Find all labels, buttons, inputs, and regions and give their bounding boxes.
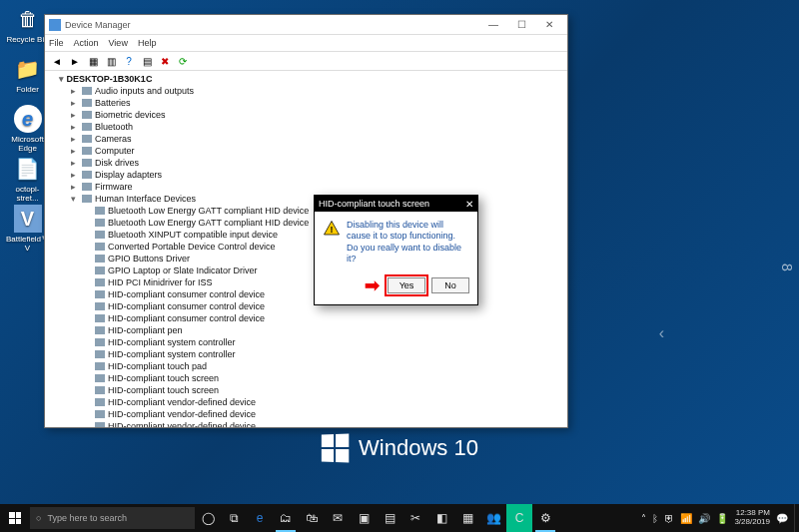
tree-category[interactable]: ▸Computer	[49, 145, 563, 157]
bluetooth-icon[interactable]: ᛒ	[652, 513, 658, 524]
show-hidden-button[interactable]: ▦	[85, 53, 101, 69]
tree-category[interactable]: ▸Disk drives	[49, 157, 563, 169]
tree-device-label: HID-compliant system controller	[108, 349, 236, 359]
tree-device-label: HID-compliant touch pad	[108, 361, 207, 371]
svg-text:!: !	[331, 225, 334, 235]
tree-device[interactable]: HID-compliant touch screen	[49, 384, 563, 396]
task-view-button[interactable]: ⧉	[221, 504, 247, 532]
show-desktop-button[interactable]	[794, 504, 799, 532]
tree-device-label: Bluetooth Low Energy GATT compliant HID …	[108, 218, 309, 228]
tree-device[interactable]: HID-compliant consumer control device	[49, 312, 563, 324]
menu-view[interactable]: View	[109, 38, 128, 48]
tree-category[interactable]: ▸Bluetooth	[49, 121, 563, 133]
start-button[interactable]	[0, 504, 30, 532]
update-button[interactable]: ⟳	[175, 53, 191, 69]
tree-device[interactable]: HID-compliant consumer control device	[49, 288, 563, 300]
taskbar-app-generic[interactable]: ▤	[377, 504, 402, 532]
cortana-button[interactable]: ◯	[195, 504, 221, 532]
tree-device[interactable]: HID-compliant touch pad	[49, 360, 563, 372]
action-center-icon[interactable]: 💬	[776, 513, 788, 524]
tree-device[interactable]: Converted Portable Device Control device	[49, 241, 563, 253]
tree-device[interactable]: HID PCI Minidriver for ISS	[49, 276, 563, 288]
search-box[interactable]: ○ Type here to search	[30, 507, 195, 529]
dialog-titlebar[interactable]: HID-compliant touch screen ✕	[315, 196, 477, 212]
taskbar-app-mail[interactable]: ✉	[325, 504, 351, 532]
device-icon	[95, 278, 105, 286]
tree-device[interactable]: HID-compliant vendor-defined device	[49, 420, 563, 427]
taskbar-app-generic[interactable]: ▣	[351, 504, 377, 532]
window-titlebar[interactable]: Device Manager — ☐ ✕	[45, 15, 567, 35]
tree-device-label: Bluetooth XINPUT compatible input device	[108, 230, 278, 240]
volume-icon[interactable]: 🔊	[698, 513, 710, 524]
device-icon	[95, 219, 105, 227]
device-tree[interactable]: ▾ DESKTOP-1B30K1C ▸Audio inputs and outp…	[45, 71, 567, 427]
tree-device-label: HID-compliant system controller	[108, 337, 236, 347]
maximize-button[interactable]: ☐	[507, 17, 535, 33]
tree-device[interactable]: GPIO Buttons Driver	[49, 253, 563, 265]
tree-device[interactable]: HID-compliant pen	[49, 324, 563, 336]
tree-category[interactable]: ▾Human Interface Devices	[49, 193, 563, 205]
tree-root[interactable]: ▾ DESKTOP-1B30K1C	[49, 73, 563, 85]
tray-chevron-icon[interactable]: ˄	[641, 513, 646, 524]
taskbar-app-generic[interactable]: ▦	[454, 504, 480, 532]
tree-device[interactable]: HID-compliant vendor-defined device	[49, 396, 563, 408]
tree-category-label: Batteries	[95, 98, 131, 108]
taskbar-app-store[interactable]: 🛍	[299, 504, 325, 532]
taskbar-app-file-explorer[interactable]: 🗂	[273, 504, 299, 532]
clock[interactable]: 12:38 PM 3/28/2019	[734, 509, 770, 527]
menu-file[interactable]: File	[49, 38, 64, 48]
scan-button[interactable]: ▤	[139, 53, 155, 69]
device-category-icon	[82, 147, 92, 155]
device-category-icon	[82, 123, 92, 131]
tree-device-label: HID-compliant consumer control device	[108, 301, 265, 311]
tree-device[interactable]: Bluetooth Low Energy GATT compliant HID …	[49, 217, 563, 229]
device-icon	[95, 207, 105, 215]
tree-device-label: Converted Portable Device Control device	[108, 242, 276, 252]
tree-category[interactable]: ▸Audio inputs and outputs	[49, 85, 563, 97]
close-button[interactable]: ✕	[535, 17, 563, 33]
tree-category[interactable]: ▸Cameras	[49, 133, 563, 145]
taskbar-app-teams[interactable]: 👥	[480, 504, 506, 532]
tree-device[interactable]: HID-compliant touch screen	[49, 372, 563, 384]
tree-device[interactable]: HID-compliant vendor-defined device	[49, 408, 563, 420]
tree-category[interactable]: ▸Batteries	[49, 97, 563, 109]
tree-device-label: HID-compliant vendor-defined device	[108, 397, 256, 407]
menu-help[interactable]: Help	[138, 38, 157, 48]
taskbar-app-edge[interactable]: e	[247, 504, 273, 532]
tree-device[interactable]: HID-compliant consumer control device	[49, 300, 563, 312]
dialog-close-button[interactable]: ✕	[465, 199, 473, 210]
wifi-icon[interactable]: 📶	[680, 513, 692, 524]
menu-action[interactable]: Action	[74, 38, 99, 48]
back-button[interactable]: ◄	[49, 53, 65, 69]
battery-icon[interactable]: 🔋	[716, 513, 728, 524]
tree-device[interactable]: HID-compliant system controller	[49, 336, 563, 348]
tree-device[interactable]: GPIO Laptop or Slate Indicator Driver	[49, 265, 563, 276]
uninstall-button[interactable]: ✖	[157, 53, 173, 69]
device-category-icon	[82, 195, 92, 203]
tree-category[interactable]: ▸Display adapters	[49, 169, 563, 181]
tree-device[interactable]: HID-compliant system controller	[49, 348, 563, 360]
help-button[interactable]: ?	[121, 53, 137, 69]
tree-category[interactable]: ▸Biometric devices	[49, 109, 563, 121]
taskbar-app-generic[interactable]: ◧	[428, 504, 454, 532]
device-icon	[95, 290, 105, 298]
tree-device-label: GPIO Buttons Driver	[108, 254, 190, 264]
tree-category-label: Bluetooth	[95, 122, 133, 132]
tree-category-label: Firmware	[95, 182, 133, 192]
warning-icon: !	[323, 220, 341, 238]
yes-button[interactable]: Yes	[388, 277, 425, 293]
tree-category-label: Display adapters	[95, 170, 162, 180]
properties-button[interactable]: ▥	[103, 53, 119, 69]
tree-device[interactable]: Bluetooth Low Energy GATT compliant HID …	[49, 205, 563, 217]
no-button[interactable]: No	[431, 277, 469, 293]
security-icon[interactable]: ⛨	[664, 513, 674, 524]
taskbar-app-snip[interactable]: ✂	[402, 504, 428, 532]
tree-device-label: HID PCI Minidriver for ISS	[108, 277, 213, 287]
taskbar-app-generic[interactable]: C	[506, 504, 532, 532]
tree-category[interactable]: ▸Firmware	[49, 181, 563, 193]
forward-button[interactable]: ►	[67, 53, 83, 69]
minimize-button[interactable]: —	[479, 17, 507, 33]
app-icon	[49, 19, 61, 31]
taskbar-app-device-manager[interactable]: ⚙	[532, 504, 558, 532]
tree-device[interactable]: Bluetooth XINPUT compatible input device	[49, 229, 563, 241]
